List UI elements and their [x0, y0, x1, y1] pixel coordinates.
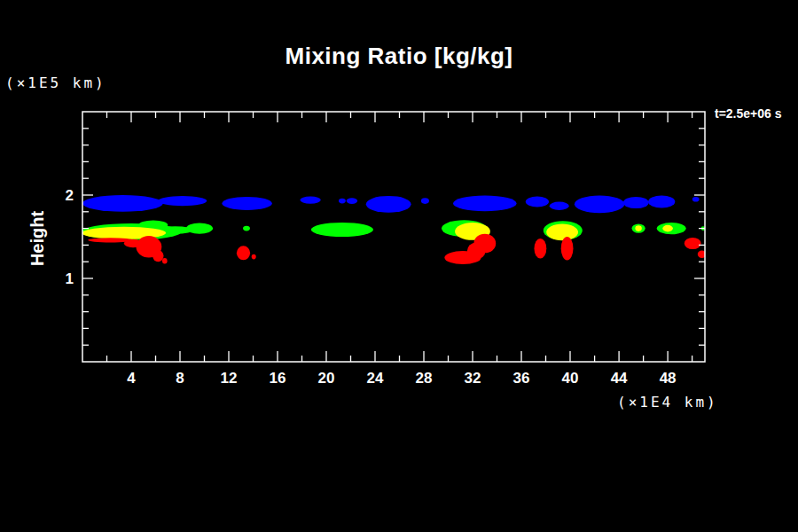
svg-text:44: 44	[611, 370, 628, 387]
plot-frame	[82, 112, 705, 362]
plot-window: Mixing Ratio [kg/kg] (×1E5 km) t=2.5e+06…	[0, 0, 798, 532]
svg-text:16: 16	[270, 370, 286, 387]
svg-text:20: 20	[318, 370, 335, 387]
svg-text:40: 40	[562, 370, 579, 387]
svg-text:2: 2	[66, 187, 74, 204]
svg-text:48: 48	[660, 370, 677, 387]
svg-text:8: 8	[176, 370, 184, 387]
contour-level-green	[82, 220, 706, 240]
svg-text:28: 28	[416, 370, 433, 387]
svg-text:12: 12	[221, 370, 238, 387]
chart-canvas: 481216202428323640444812	[0, 0, 798, 532]
svg-text:36: 36	[513, 370, 530, 387]
svg-text:32: 32	[465, 370, 481, 387]
axis-ticks	[82, 112, 705, 362]
svg-text:1: 1	[66, 270, 74, 287]
contour-level-red	[88, 234, 706, 264]
axis-tick-labels: 481216202428323640444812	[66, 187, 677, 387]
svg-text:24: 24	[367, 370, 384, 387]
contour-level-blue	[82, 195, 700, 213]
svg-text:4: 4	[127, 370, 136, 387]
